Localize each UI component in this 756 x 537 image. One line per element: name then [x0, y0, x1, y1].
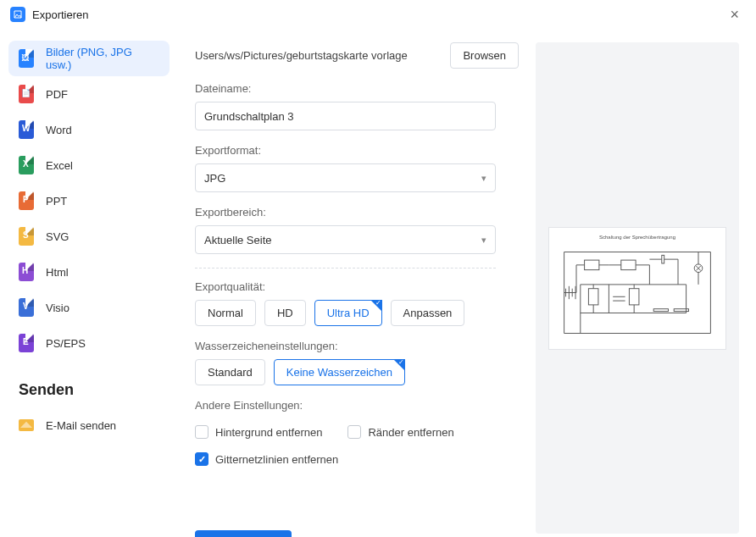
browse-button[interactable]: Browsen — [450, 42, 519, 69]
sidebar-item-label: SVG — [46, 230, 69, 243]
sidebar-item-word[interactable]: Word — [8, 112, 170, 147]
word-icon — [19, 120, 34, 139]
sidebar-item-label: Bilder (PNG, JPG usw.) — [46, 46, 159, 71]
preview-page: Schaltung der Sprechübertragung — [548, 227, 726, 350]
quality-hd[interactable]: HD — [264, 300, 306, 326]
visio-icon — [19, 298, 34, 317]
remove-bg-checkbox[interactable] — [195, 425, 208, 439]
main-panel: Users/ws/Pictures/geburtstagskarte vorla… — [178, 29, 536, 537]
svg-rect-9 — [585, 260, 599, 270]
range-select[interactable]: Aktuelle Seite — [195, 225, 496, 254]
range-value: Aktuelle Seite — [204, 234, 272, 246]
sidebar-item-email[interactable]: E-Mail senden — [8, 407, 170, 443]
format-select[interactable]: JPG — [195, 163, 496, 192]
watermark-label: Wasserzeicheneinstellungen: — [195, 340, 519, 352]
format-value: JPG — [204, 172, 225, 185]
sidebar-item-label: Word — [46, 124, 72, 136]
filename-input[interactable] — [195, 102, 496, 130]
sidebar-item-images[interactable]: Bilder (PNG, JPG usw.) — [8, 41, 170, 76]
sidebar-item-label: Html — [46, 266, 69, 279]
svg-rect-25 — [588, 288, 598, 304]
sidebar-item-label: PPT — [46, 195, 67, 208]
svg-rect-15 — [662, 255, 664, 263]
quality-normal[interactable]: Normal — [195, 300, 256, 326]
sidebar-item-label: Excel — [46, 159, 73, 172]
quality-custom[interactable]: Anpassen — [391, 300, 465, 326]
sidebar: Bilder (PNG, JPG usw.) PDF Word Excel PP… — [0, 29, 178, 537]
ppt-icon — [19, 191, 34, 210]
sidebar-item-html[interactable]: Html — [8, 254, 170, 290]
svg-icon — [19, 227, 34, 246]
export-button[interactable]: Exportieren — [195, 530, 292, 537]
sidebar-item-label: PS/EPS — [46, 337, 86, 350]
sidebar-item-excel[interactable]: Excel — [8, 147, 170, 183]
pdf-icon — [19, 85, 34, 103]
sidebar-item-label: PDF — [46, 88, 68, 101]
remove-grid-checkbox[interactable] — [195, 452, 208, 466]
remove-margin-label: Ränder entfernen — [368, 426, 453, 439]
sidebar-item-label: Visio — [46, 302, 69, 314]
excel-icon — [19, 156, 34, 174]
preview-area: Schaltung der Sprechübertragung — [536, 42, 739, 534]
sidebar-item-label: E-Mail senden — [46, 419, 116, 432]
quality-label: Exportqualität: — [195, 280, 519, 293]
watermark-standard[interactable]: Standard — [195, 359, 265, 385]
title-bar: Exportieren × — [0, 0, 756, 29]
preview-panel: Schaltung der Sprechübertragung — [536, 29, 756, 537]
watermark-none[interactable]: Keine Wasserzeichen — [274, 359, 405, 385]
sidebar-item-pdf[interactable]: PDF — [8, 76, 170, 112]
quality-ultrahd[interactable]: Ultra HD — [314, 300, 382, 326]
range-label: Exportbereich: — [195, 206, 519, 219]
divider — [195, 268, 496, 268]
remove-bg-label: Hintergrund entfernen — [215, 426, 322, 439]
sidebar-item-svg[interactable]: SVG — [8, 219, 170, 254]
export-path: Users/ws/Pictures/geburtstagskarte vorla… — [195, 49, 440, 62]
svg-rect-28 — [629, 288, 639, 304]
remove-margin-checkbox[interactable] — [347, 425, 361, 439]
remove-grid-label: Gitternetzlinien entfernen — [215, 453, 338, 466]
filename-label: Dateiname: — [195, 82, 519, 95]
html-icon — [19, 263, 34, 281]
close-icon[interactable]: × — [723, 3, 746, 27]
sidebar-item-ppt[interactable]: PPT — [8, 183, 170, 219]
other-settings-label: Andere Einstellungen: — [195, 399, 519, 412]
svg-rect-12 — [621, 260, 636, 270]
image-icon — [19, 49, 34, 68]
app-icon — [10, 7, 25, 22]
format-label: Exportformat: — [195, 144, 519, 157]
window-title: Exportieren — [32, 8, 723, 21]
sidebar-item-pseps[interactable]: PS/EPS — [8, 325, 170, 361]
circuit-diagram — [556, 243, 719, 342]
send-heading: Senden — [19, 381, 159, 399]
sidebar-item-visio[interactable]: Visio — [8, 290, 170, 325]
mail-icon — [19, 419, 34, 431]
eps-icon — [19, 334, 34, 352]
diagram-title: Schaltung der Sprechübertragung — [556, 235, 719, 240]
svg-rect-32 — [653, 308, 668, 311]
